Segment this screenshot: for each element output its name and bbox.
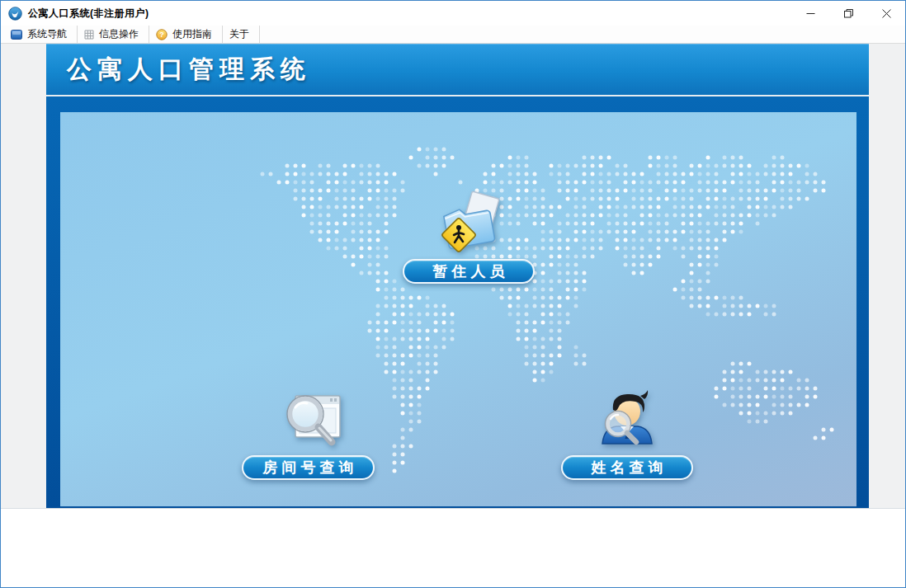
svg-text:?: ? [159,31,164,39]
menu-item-about[interactable]: 关于 [223,26,260,43]
menu-item-label: 使用指南 [172,27,212,41]
window-magnifier-icon[interactable] [276,384,345,452]
window-controls [791,1,905,26]
minimize-button[interactable] [791,1,829,26]
help-ball-icon: ? [156,29,168,40]
banner-title: 公寓人口管理系统 [67,53,311,87]
close-button[interactable] [867,1,905,26]
window-title: 公寓人口系统(非注册用户) [28,7,149,21]
menu-item-label: 信息操作 [99,27,139,41]
temporary-residents-button[interactable]: 暂住人员 [403,259,535,284]
minimize-icon [806,9,815,18]
name-query-button[interactable]: 姓名查询 [561,455,693,480]
nav-square-icon [11,30,22,40]
folder-pedestrian-icon[interactable] [433,190,503,259]
app-window: 公寓人口系统(非注册用户) [0,0,906,588]
grid-icon [84,30,94,40]
person-magnifier-icon[interactable] [591,383,662,452]
restore-icon [844,9,853,18]
close-icon [882,9,891,18]
menu-item-label: 关于 [229,27,249,41]
world-map-area: 暂住人员 [60,112,856,506]
app-logo-icon [8,7,22,21]
panel-frame: 暂住人员 [46,96,869,508]
banner: 公寓人口管理系统 [46,44,869,96]
menu-bar: 系统导航 信息操作 ? 使用指南 关于 [1,26,905,44]
menu-item-system-nav[interactable]: 系统导航 [4,26,78,43]
title-bar: 公寓人口系统(非注册用户) [1,1,905,26]
main-panel: 公寓人口管理系统 [46,44,869,508]
room-number-query-button[interactable]: 房间号查询 [242,455,375,480]
menu-item-user-guide[interactable]: ? 使用指南 [149,26,223,43]
menu-item-label: 系统导航 [27,27,67,41]
menu-item-info-operations[interactable]: 信息操作 [78,26,149,43]
dotted-world-map [60,112,856,505]
restore-button[interactable] [829,1,867,26]
